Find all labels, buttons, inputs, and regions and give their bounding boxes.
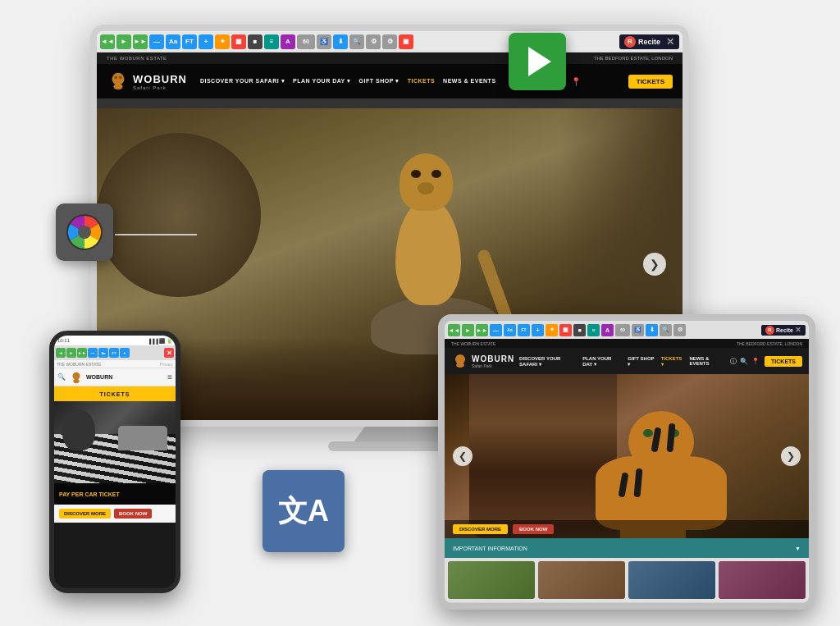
tablet-next-arrow[interactable]: ❯ <box>781 446 801 466</box>
tab-tb-star[interactable]: ✦ <box>546 324 558 336</box>
tickets-button[interactable]: TICKETS <box>628 75 673 89</box>
phone-status-bar: 10:11 ▐▐▐ ⬛ 🔋 <box>54 336 176 345</box>
tab-nav-tickets[interactable]: TICKETS ▾ <box>661 356 683 367</box>
svg-point-2 <box>114 75 117 79</box>
tab-tb-ft[interactable]: FT <box>518 324 530 336</box>
toolbar-btn-aa[interactable]: Aa <box>166 34 180 49</box>
tablet-book-button[interactable]: BOOK NOW <box>513 524 554 534</box>
tab-nav-plan[interactable]: PLAN YOUR DAY ▾ <box>582 356 621 367</box>
hero-next-arrow[interactable]: ❯ <box>643 253 666 276</box>
tablet-close-icon[interactable]: ✕ <box>795 326 801 334</box>
toolbar-btn-accessibility[interactable]: ♿ <box>317 34 331 49</box>
tablet-search-icon[interactable]: 🔍 <box>740 358 748 365</box>
svg-point-6 <box>73 372 80 379</box>
tiger-left-eye <box>643 429 653 437</box>
thumbnail-1[interactable] <box>448 561 535 599</box>
woburn-logo: WOBURN Safari Park <box>107 70 187 93</box>
toolbar-btn-search[interactable]: 🔍 <box>349 34 364 49</box>
tab-tb-square[interactable]: ■ <box>573 324 586 336</box>
tab-tb-access[interactable]: ♿ <box>632 324 644 336</box>
tab-tb-settings[interactable]: ⚙ <box>673 324 686 336</box>
tab-tb-search[interactable]: 🔍 <box>660 324 672 336</box>
tablet-tickets-button[interactable]: TICKETS <box>765 356 802 367</box>
tablet-bedford-label: THE BEDFORD ESTATE, LONDON <box>737 341 802 346</box>
nav-gift[interactable]: GIFT SHOP ▾ <box>359 78 399 85</box>
meerkat-left-eye <box>411 170 421 178</box>
location-icon[interactable]: 📍 <box>571 77 581 86</box>
tab-nav-gift[interactable]: GIFT SHOP ▾ <box>628 356 654 367</box>
tab-nav-discover[interactable]: DISCOVER YOUR SAFARI ▾ <box>519 356 576 367</box>
phone-tb-play[interactable]: ► <box>66 348 76 358</box>
tiger-head <box>628 411 694 473</box>
toolbar-btn-square[interactable]: ■ <box>248 34 262 49</box>
tablet-woburn-text: WOBURN <box>472 354 514 363</box>
toolbar-btn-download[interactable]: ⬇ <box>333 34 348 49</box>
phone-tb-plus[interactable]: + <box>120 348 130 358</box>
tab-tb-fwd[interactable]: ►► <box>476 324 488 336</box>
tab-tb-grid[interactable]: ▦ <box>559 324 572 336</box>
toolbar-btn-rewind[interactable]: ◄◄ <box>100 34 115 49</box>
play-button[interactable] <box>509 33 566 90</box>
tab-tb-lines[interactable]: ≡ <box>587 324 600 336</box>
tab-tb-aa[interactable]: Aa <box>504 324 516 336</box>
toolbar-btn-60[interactable]: 60 <box>297 34 315 49</box>
tab-tb-minus[interactable]: — <box>490 324 502 336</box>
phone-tb-aa[interactable]: Aa <box>98 348 108 358</box>
tablet-info-icon[interactable]: ⓘ <box>730 357 737 366</box>
tab-tb-download[interactable]: ⬇ <box>646 324 658 336</box>
tablet-nav: WOBURN Safari Park DISCOVER YOUR SAFARI … <box>445 348 809 374</box>
nav-news[interactable]: NEWS & EVENTS <box>443 78 495 85</box>
toolbar-btn-play[interactable]: ► <box>116 34 131 49</box>
toolbar-btn-a[interactable]: A <box>281 34 295 49</box>
connector-line <box>115 234 197 235</box>
phone-tb-minus[interactable]: — <box>88 348 98 358</box>
tab-tb-plus[interactable]: + <box>532 324 544 336</box>
phone-book-button[interactable]: BOOK NOW <box>114 509 152 519</box>
nav-discover[interactable]: DISCOVER YOUR SAFARI ▾ <box>200 78 285 85</box>
toolbar-btn-grid[interactable]: ▦ <box>231 34 246 49</box>
rock-left <box>97 133 261 297</box>
phone-tb-back[interactable]: ◄ <box>56 348 66 358</box>
tablet-nav-icons: ⓘ 🔍 📍 <box>730 357 760 366</box>
translate-button[interactable]: 文A <box>262 470 345 552</box>
tablet-discover-button[interactable]: DISCOVER MORE <box>453 524 508 534</box>
toolbar-btn-minus[interactable]: — <box>149 34 164 49</box>
close-icon[interactable]: ✕ <box>666 36 674 48</box>
tablet-location-icon[interactable]: 📍 <box>751 358 760 365</box>
tab-tb-60[interactable]: 60 <box>615 324 630 336</box>
phone-tb-fwd[interactable]: ►► <box>77 348 87 358</box>
toolbar-btn-forward[interactable]: ►► <box>133 34 148 49</box>
woburn-logo-icon <box>107 70 130 93</box>
thumbnail-4[interactable] <box>719 561 806 599</box>
tablet-info-arrow[interactable]: ▼ <box>795 546 801 551</box>
phone-menu-icon[interactable]: ≡ <box>167 372 172 382</box>
tablet-logo-icon <box>451 352 469 370</box>
tab-tb-play[interactable]: ► <box>462 324 474 336</box>
tab-tb-a[interactable]: A <box>601 324 614 336</box>
phone-tb-ft[interactable]: FT <box>109 348 119 358</box>
meerkat-head <box>399 153 453 211</box>
phone-discover-button[interactable]: DISCOVER MORE <box>59 509 111 519</box>
tablet-hero: ❮ ❯ DISCOVER MORE BOOK NOW <box>445 374 809 538</box>
phone-tb-close[interactable]: ✕ <box>164 348 174 358</box>
phone-search-icon[interactable]: 🔍 <box>57 373 66 381</box>
toolbar-btn-block[interactable]: ▣ <box>399 34 413 49</box>
toolbar-btn-lines[interactable]: ≡ <box>264 34 279 49</box>
thumbnail-2[interactable] <box>538 561 625 599</box>
toolbar-btn-star[interactable]: ✦ <box>215 34 230 49</box>
phone-logo-text: WOBURN <box>86 374 112 380</box>
phone-tickets-label: TICKETS <box>100 391 130 397</box>
nav-plan[interactable]: PLAN YOUR DAY ▾ <box>293 78 351 85</box>
toolbar-btn-settings2[interactable]: ⚙ <box>382 34 397 49</box>
toolbar-btn-settings[interactable]: ⚙ <box>366 34 381 49</box>
color-wheel-button[interactable] <box>56 203 113 261</box>
nav-tickets[interactable]: TICKETS <box>408 78 435 85</box>
play-triangle-icon <box>528 47 551 76</box>
thumbnail-3[interactable] <box>628 561 715 599</box>
toolbar-btn-plus[interactable]: + <box>199 34 213 49</box>
toolbar-btn-ft[interactable]: FT <box>182 34 197 49</box>
tablet-prev-arrow[interactable]: ❮ <box>453 446 472 466</box>
tablet-woburn-sub: Safari Park <box>472 363 514 368</box>
tab-nav-news[interactable]: NEWS & EVENTS <box>689 356 725 367</box>
tab-tb-rewind[interactable]: ◄◄ <box>448 324 460 336</box>
